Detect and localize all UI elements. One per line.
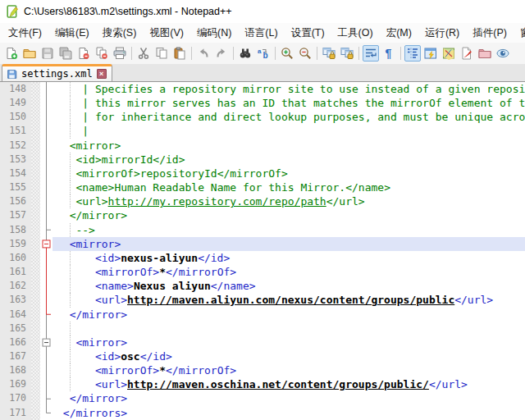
code-line[interactable]: | <box>52 124 525 138</box>
zoom-in-icon[interactable] <box>279 45 295 62</box>
menu-item[interactable]: 编辑(E) <box>48 24 96 43</box>
code-line[interactable]: <name>Human Readable Name for this Mirro… <box>52 180 525 194</box>
code-line[interactable]: <id>nexus-aliyun</id> <box>52 251 525 265</box>
line-number: 149 <box>0 96 31 110</box>
code-line[interactable] <box>52 322 525 336</box>
doc-map-icon[interactable] <box>441 45 457 62</box>
function-list-icon[interactable] <box>422 45 439 62</box>
line-number: 167 <box>0 349 31 363</box>
code-line[interactable]: <mirrorOf>*</mirrorOf> <box>52 363 525 377</box>
sync-horizontal-icon[interactable] <box>339 45 355 62</box>
close-doc-icon[interactable] <box>75 45 92 62</box>
menu-item[interactable]: 窗口(W) <box>514 24 525 43</box>
menu-item[interactable]: 插件(P) <box>466 24 514 43</box>
save-all-icon[interactable] <box>57 45 74 62</box>
sync-vertical-icon[interactable] <box>321 45 337 62</box>
code-line[interactable]: <id>mirrorId</id> <box>52 153 525 167</box>
code-segment: * <box>159 364 166 377</box>
close-all-icon[interactable] <box>94 45 110 62</box>
code-line[interactable]: | this mirror serves has an ID that matc… <box>52 96 525 110</box>
code-line[interactable]: <url>http://maven.oschina.net/content/gr… <box>52 377 525 391</box>
folder-workspace-icon[interactable] <box>477 45 493 62</box>
menu-item[interactable]: 搜索(S) <box>96 24 144 43</box>
code-line[interactable]: <name>Nexus aliyun</name> <box>52 279 525 293</box>
indent-guide-icon[interactable] <box>404 45 421 62</box>
line-number: 151 <box>0 124 31 138</box>
code-text: <mirrorOf>repositoryId</mirrorOf> <box>52 167 288 180</box>
indent-guide-line <box>70 377 71 391</box>
code-line[interactable]: <url>http://maven.aliyun.com/nexus/conte… <box>52 293 525 307</box>
code-segment: <mirrorOf> <box>95 266 159 278</box>
code-segment: </url> <box>429 378 468 390</box>
menu-item[interactable]: 编码(N) <box>190 24 238 43</box>
bookmark-margin[interactable] <box>31 82 40 420</box>
code-line[interactable]: --> <box>52 223 525 237</box>
menu-item[interactable]: 工具(O) <box>331 24 380 43</box>
code-line[interactable]: </mirror> <box>52 308 525 322</box>
code-line[interactable]: <url>http://my.repository.com/repo/path<… <box>52 194 525 208</box>
print-icon[interactable] <box>112 45 128 62</box>
word-wrap-icon[interactable] <box>363 45 379 62</box>
line-number: 165 <box>0 322 31 336</box>
menu-item[interactable]: 设置(T) <box>285 24 331 43</box>
code-line[interactable]: </mirrors> <box>52 406 525 420</box>
undo-icon[interactable] <box>195 45 212 62</box>
zoom-out-icon[interactable] <box>297 45 313 62</box>
tab-settings-xml[interactable]: settings.xml × <box>2 64 112 81</box>
monitoring-icon[interactable] <box>495 45 511 62</box>
code-segment: <url> <box>75 195 107 208</box>
line-number: 171 <box>0 406 31 420</box>
code-line[interactable]: </mirror> <box>52 391 525 405</box>
menu-item[interactable]: 文件(F) <box>2 24 48 43</box>
indent-guide-line <box>70 96 71 110</box>
code-segment: <url> <box>95 294 127 306</box>
open-folder-icon[interactable] <box>21 45 38 62</box>
code-view[interactable]: | Specifies a repository mirror site to … <box>52 82 525 420</box>
paste-icon[interactable] <box>171 45 188 62</box>
line-number-margin[interactable]: 1481491501511521531541551561571581591601… <box>0 82 31 420</box>
toolbar: ab¶ <box>0 43 525 64</box>
show-all-chars-icon[interactable]: ¶ <box>381 45 397 62</box>
code-segment: </mirror> <box>70 392 127 404</box>
menu-item[interactable]: 运行(R) <box>418 24 466 43</box>
code-line[interactable]: <mirrorOf>*</mirrorOf> <box>52 265 525 279</box>
code-text: <url>http://maven.aliyun.com/nexus/conte… <box>52 293 493 307</box>
code-line[interactable]: <mirror> <box>52 139 525 153</box>
close-tab-icon[interactable]: × <box>97 69 107 79</box>
fold-margin[interactable] <box>40 82 52 420</box>
code-url[interactable]: http://maven.aliyun.com/nexus/content/gr… <box>127 294 454 306</box>
code-url[interactable]: http://my.repository.com/repo/path <box>108 195 326 208</box>
menu-item[interactable]: 语言(L) <box>238 24 284 43</box>
indent-guide-line <box>70 336 71 349</box>
title-bar: C:\Users\86183\.m2\settings.xml - Notepa… <box>0 0 525 23</box>
code-line[interactable]: <id>osc</id> <box>52 349 525 363</box>
menu-item[interactable]: 宏(M) <box>380 24 418 43</box>
tab-bar: settings.xml × <box>0 64 525 82</box>
code-line[interactable]: <mirror> <box>52 336 525 349</box>
save-icon[interactable] <box>39 45 56 62</box>
code-line[interactable]: | for inheritance and direct lookup purp… <box>52 110 525 124</box>
code-url[interactable]: http://maven.oschina.net/content/groups/… <box>127 378 429 390</box>
editor-area[interactable]: 1481491501511521531541551561571581591601… <box>0 82 525 420</box>
redo-icon[interactable] <box>213 45 230 62</box>
doc-switcher-icon[interactable] <box>459 45 475 62</box>
menu-item[interactable]: 视图(V) <box>143 24 190 43</box>
code-segment: <mirror> <box>75 336 127 349</box>
code-line[interactable]: <mirrorOf>repositoryId</mirrorOf> <box>52 167 525 180</box>
indent-guide-line <box>70 82 71 96</box>
code-line[interactable]: <mirror> <box>52 237 525 251</box>
code-segment: * <box>159 266 166 278</box>
code-segment: <mirrorOf>repositoryId</mirrorOf> <box>75 167 287 180</box>
code-segment: <id> <box>95 252 121 264</box>
code-line[interactable]: | Specifies a repository mirror site to … <box>52 82 525 96</box>
code-line[interactable]: </mirror> <box>52 208 525 222</box>
replace-icon[interactable]: ab <box>255 45 272 62</box>
copy-icon[interactable] <box>153 45 170 62</box>
find-icon[interactable] <box>237 45 253 62</box>
cut-icon[interactable] <box>135 45 152 62</box>
indent-guide-line <box>70 194 71 208</box>
toolbar-separator <box>233 47 234 60</box>
toolbar-separator <box>358 47 359 60</box>
code-text: | this mirror serves has an ID that matc… <box>52 96 525 110</box>
new-file-icon[interactable] <box>3 45 20 62</box>
